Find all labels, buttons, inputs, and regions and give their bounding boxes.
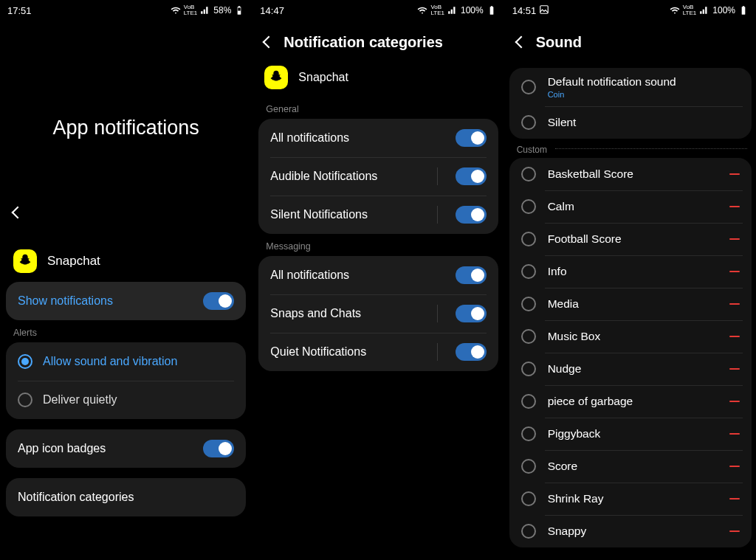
category-row[interactable]: All notifications <box>258 119 498 157</box>
radio-icon[interactable] <box>521 329 536 344</box>
category-row[interactable]: Audible Notifications <box>258 157 498 196</box>
category-row[interactable]: Snaps and Chats <box>258 294 498 333</box>
sound-row[interactable]: Media <box>509 288 752 320</box>
category-label: Snaps and Chats <box>270 307 426 320</box>
category-row[interactable]: All notifications <box>258 256 498 294</box>
chevron-left-icon <box>13 207 22 219</box>
minus-icon[interactable] <box>729 303 740 305</box>
radio-icon[interactable] <box>521 264 536 279</box>
category-row[interactable]: Quiet Notifications <box>258 333 498 371</box>
minus-icon[interactable] <box>729 271 740 272</box>
alerts-section-label: Alerts <box>0 320 252 342</box>
deliver-quietly-label: Deliver quietly <box>43 393 234 407</box>
back-button[interactable] <box>517 36 526 49</box>
sound-label: Info <box>548 265 718 278</box>
allow-sound-row[interactable]: Allow sound and vibration <box>6 342 246 381</box>
notification-categories-card: Notification categories <box>6 478 246 516</box>
minus-icon[interactable] <box>729 466 740 467</box>
signal-icon <box>447 5 458 15</box>
battery-icon <box>738 5 749 15</box>
minus-icon[interactable] <box>729 401 740 402</box>
sound-row[interactable]: Score <box>509 450 752 483</box>
show-notifications-label: Show notifications <box>18 294 193 308</box>
category-label: Audible Notifications <box>270 170 426 183</box>
sound-row[interactable]: Snappy <box>509 515 752 547</box>
minus-icon[interactable] <box>729 433 740 435</box>
radio-icon[interactable] <box>521 167 536 182</box>
category-toggle[interactable] <box>456 129 487 147</box>
volte-icon: VoBLTE1 <box>430 4 444 16</box>
radio-icon[interactable] <box>521 199 536 214</box>
radio-icon[interactable] <box>521 115 536 130</box>
page-title: App notifications <box>0 21 252 139</box>
silent-row[interactable]: Silent <box>509 106 752 139</box>
sound-row[interactable]: Music Box <box>509 320 752 353</box>
sound-row[interactable]: Piggyback <box>509 418 752 450</box>
sound-row[interactable]: Info <box>509 255 752 288</box>
deliver-quietly-row[interactable]: Deliver quietly <box>6 381 246 419</box>
status-time: 17:51 <box>7 5 32 16</box>
custom-section-label: Custom <box>505 139 756 158</box>
sound-label: Football Score <box>548 232 718 246</box>
sound-row[interactable]: Shrink Ray <box>509 483 752 515</box>
panel-sound: 14:51 VoBLTE1 100% Sound Default notific… <box>504 0 756 560</box>
notification-categories-row[interactable]: Notification categories <box>6 478 246 516</box>
default-sound-label: Default notification sound Coin <box>548 75 740 99</box>
minus-icon[interactable] <box>729 336 740 337</box>
category-row[interactable]: Silent Notifications <box>258 196 498 234</box>
minus-icon[interactable] <box>729 238 740 240</box>
sound-label: Snappy <box>548 525 718 538</box>
status-bar: 17:51 VoBLTE1 58% <box>0 0 252 21</box>
show-notifications-toggle[interactable] <box>203 292 234 310</box>
radio-selected-icon[interactable] <box>18 354 32 369</box>
wifi-icon <box>417 5 427 15</box>
sound-label: Media <box>548 297 718 311</box>
back-button[interactable] <box>13 207 22 220</box>
radio-icon[interactable] <box>521 362 536 376</box>
category-toggle[interactable] <box>456 167 487 185</box>
radio-icon[interactable] <box>521 394 536 409</box>
status-bar: 14:47 VoBLTE1 100% <box>252 0 504 21</box>
picture-icon <box>539 4 549 17</box>
volte-icon: VoBLTE1 <box>683 4 697 16</box>
radio-icon[interactable] <box>521 491 536 506</box>
page-title: Notification categories <box>284 34 443 51</box>
category-toggle[interactable] <box>456 343 487 361</box>
radio-icon[interactable] <box>521 524 536 539</box>
app-icon-badges-toggle[interactable] <box>203 440 234 457</box>
status-battery: 100% <box>461 5 484 15</box>
category-toggle[interactable] <box>456 305 487 322</box>
radio-icon[interactable] <box>521 80 536 94</box>
back-button[interactable] <box>264 36 273 49</box>
app-icon-badges-row[interactable]: App icon badges <box>6 429 246 468</box>
app-name: Snapchat <box>47 254 100 269</box>
sound-label: Score <box>548 460 718 473</box>
sound-label: Music Box <box>548 330 718 343</box>
messaging-section-label: Messaging <box>252 234 504 256</box>
snapchat-icon <box>264 66 288 89</box>
sound-row[interactable]: piece of garbage <box>509 385 752 418</box>
show-notifications-row[interactable]: Show notifications <box>6 282 246 320</box>
minus-icon[interactable] <box>729 368 740 370</box>
minus-icon[interactable] <box>729 206 740 207</box>
app-name: Snapchat <box>298 71 348 84</box>
radio-icon[interactable] <box>18 393 32 407</box>
minus-icon[interactable] <box>729 530 740 532</box>
radio-icon[interactable] <box>521 459 536 474</box>
sound-row[interactable]: Football Score <box>509 223 752 255</box>
radio-icon[interactable] <box>521 297 536 311</box>
category-toggle[interactable] <box>456 266 487 284</box>
minus-icon[interactable] <box>729 498 740 499</box>
page-header: Sound <box>505 21 756 61</box>
silent-label: Silent <box>548 116 740 129</box>
status-time: 14:47 <box>260 5 284 16</box>
minus-icon[interactable] <box>729 173 740 175</box>
sound-row[interactable]: Nudge <box>509 353 752 385</box>
category-toggle[interactable] <box>456 206 487 224</box>
radio-icon[interactable] <box>521 232 536 246</box>
status-battery: 58% <box>213 5 231 15</box>
sound-row[interactable]: Basketball Score <box>509 158 752 190</box>
sound-row[interactable]: Calm <box>509 190 752 223</box>
radio-icon[interactable] <box>521 426 536 441</box>
default-sound-row[interactable]: Default notification sound Coin <box>509 68 752 106</box>
